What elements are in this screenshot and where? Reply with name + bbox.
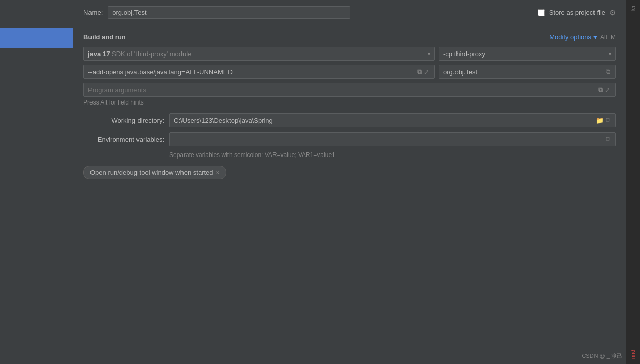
vm-options-copy-btn[interactable]: ⧉: [416, 68, 423, 76]
env-variables-label: Environment variables:: [83, 136, 164, 143]
prog-args-copy-btn[interactable]: ⧉: [597, 86, 604, 94]
prog-args-expand-btn[interactable]: ⤢: [604, 86, 611, 94]
sidebar-active-item[interactable]: [0, 28, 73, 48]
bottom-credit: CSDN @ _ 渡己: [582, 352, 622, 360]
section-header: Build and run Modify options ▾ Alt+M: [83, 33, 616, 41]
main-class-input[interactable]: [443, 68, 605, 76]
sdk-normal-text: SDK of 'third-proxy' module: [110, 50, 191, 58]
cp-dropdown[interactable]: -cp third-proxy ▾: [439, 47, 616, 61]
header-row: Name: Store as project file ⚙: [83, 0, 616, 24]
modify-options-arrow: ▾: [593, 33, 597, 41]
right-edge: ller nnd: [626, 0, 640, 364]
sdk-bold-text: java 17: [88, 50, 110, 58]
working-directory-input-container: 📁 ⧉: [169, 113, 616, 127]
modify-options-label: Modify options: [549, 33, 591, 41]
right-edge-bottom-text: nnd: [630, 350, 636, 359]
store-project-row: Store as project file ⚙: [538, 8, 616, 17]
sdk-dropdown[interactable]: java 17 SDK of 'third-proxy' module ▾: [83, 47, 435, 61]
working-directory-label: Working directory:: [83, 117, 164, 124]
main-class-input-container: ⧉: [439, 65, 616, 79]
env-variables-input-container: ⧉: [169, 132, 616, 146]
vm-options-input-container: ⧉ ⤢: [83, 65, 435, 79]
prog-args-row: ⧉ ⤢: [83, 83, 616, 97]
store-project-checkbox[interactable]: [538, 9, 545, 16]
working-directory-input[interactable]: [174, 117, 595, 124]
modify-options-button[interactable]: Modify options ▾: [549, 33, 597, 41]
working-directory-row: Working directory: 📁 ⧉: [83, 113, 616, 127]
name-row: Name:: [83, 6, 538, 19]
right-edge-top-text: ller: [630, 5, 636, 13]
env-variables-row: Environment variables: ⧉: [83, 132, 616, 146]
debug-tag-label: Open run/debug tool window when started: [90, 169, 213, 176]
vm-options-expand-btn[interactable]: ⤢: [423, 68, 430, 76]
store-project-label: Store as project file: [549, 9, 605, 16]
env-variables-macro-btn[interactable]: ⧉: [605, 135, 611, 143]
section-title: Build and run: [83, 33, 126, 41]
prog-args-input-container: ⧉ ⤢: [83, 83, 616, 97]
working-dir-folder-btn[interactable]: 📁: [595, 117, 605, 124]
sdk-dropdown-arrow: ▾: [428, 51, 430, 57]
sidebar: [0, 0, 73, 364]
name-input[interactable]: [108, 6, 350, 19]
main-class-col: ⧉: [439, 65, 616, 79]
tag-badge-container: Open run/debug tool window when started …: [83, 166, 616, 179]
name-label: Name:: [83, 9, 103, 16]
main-class-copy-btn[interactable]: ⧉: [605, 68, 611, 76]
cp-dropdown-arrow: ▾: [609, 51, 611, 57]
sdk-cp-row: java 17 SDK of 'third-proxy' module ▾ -c…: [83, 47, 616, 61]
modify-options-shortcut: Alt+M: [600, 34, 616, 41]
sdk-dropdown-text: java 17 SDK of 'third-proxy' module: [88, 50, 191, 58]
debug-tag-close-btn[interactable]: ×: [216, 169, 220, 176]
modify-options-area: Modify options ▾ Alt+M: [549, 33, 616, 41]
prog-args-input[interactable]: [88, 86, 597, 94]
env-variables-input[interactable]: [174, 136, 605, 143]
working-dir-macro-btn[interactable]: ⧉: [605, 116, 611, 124]
sep-variables-hint: Separate variables with semicolon: VAR=v…: [169, 151, 616, 159]
vm-main-row: ⧉ ⤢ ⧉: [83, 65, 616, 79]
cp-dropdown-text: -cp third-proxy: [443, 50, 485, 58]
gear-icon[interactable]: ⚙: [609, 8, 616, 17]
vm-options-input[interactable]: [88, 68, 416, 76]
hint-text: Press Alt for field hints: [83, 99, 616, 106]
vm-options-col: ⧉ ⤢: [83, 65, 435, 79]
debug-tag-badge[interactable]: Open run/debug tool window when started …: [83, 166, 226, 179]
main-content: Name: Store as project file ⚙ Build and …: [73, 0, 626, 364]
